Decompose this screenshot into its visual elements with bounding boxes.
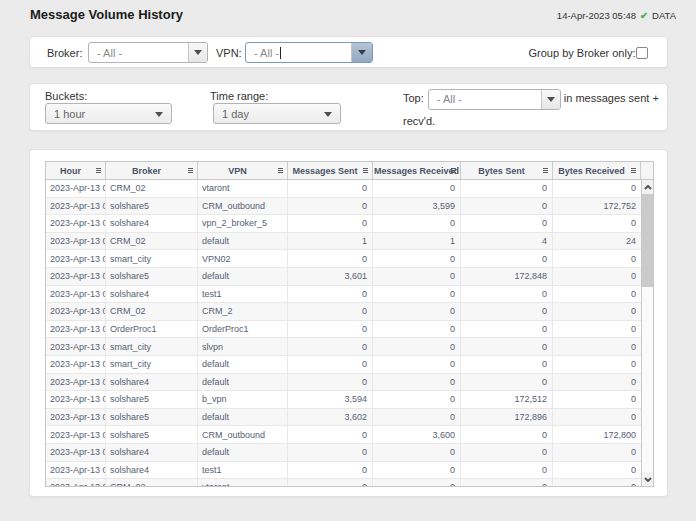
column-menu-icon[interactable] [188,168,193,174]
scroll-up-button[interactable] [642,180,653,194]
table-row[interactable]: 2023-Apr-13 0solshare4test10000 [46,286,641,304]
top-dropdown-button[interactable] [541,90,560,109]
cell-broker: smart_city [106,250,198,267]
table-row[interactable]: 2023-Apr-13 0CRM_02CRM_20000 [46,303,641,321]
cell-bytes-sent: 0 [461,198,553,215]
column-header-hour[interactable]: Hour [46,162,106,179]
column-header-label: VPN [228,166,247,176]
column-header-messages-received[interactable]: Messages Received [373,162,461,179]
column-header-bytes-received[interactable]: Bytes Received [553,162,641,179]
table-row[interactable]: 2023-Apr-13 0CRM_02vtaront0000 [46,180,641,198]
message-volume-grid: HourBrokerVPNMessages SentMessages Recei… [45,161,654,487]
cell-bytes-sent: 172,848 [461,268,553,285]
cell-bytes-sent: 4 [461,233,553,250]
cell-messages-received: 0 [373,444,461,461]
chevron-down-icon [358,50,366,55]
table-row[interactable]: 2023-Apr-13 0solshare4vpn_2_broker_50000 [46,215,641,233]
table-row[interactable]: 2023-Apr-13 0solshare4test10000 [46,462,641,480]
cell-messages-received: 0 [373,268,461,285]
cell-bytes-received: 0 [553,286,641,303]
cell-bytes-sent: 0 [461,180,553,197]
cell-messages-received: 0 [373,409,461,426]
buckets-select[interactable]: 1 hour [45,103,172,124]
cell-hour: 2023-Apr-13 0 [46,250,106,267]
cell-vpn: default [198,374,288,391]
vpn-input[interactable]: - All - [254,43,350,62]
table-row[interactable]: 2023-Apr-13 0solshare5CRM_outbound03,599… [46,198,641,216]
table-row[interactable]: 2023-Apr-13 0smart_cityVPN020000 [46,250,641,268]
cell-vpn: vtaront [198,479,288,486]
cell-broker: solshare4 [106,215,198,232]
table-row[interactable]: 2023-Apr-13 0solshare5b_vpn3,5940172,512… [46,391,641,409]
chevron-down-icon [324,112,332,117]
column-menu-icon[interactable] [631,168,636,174]
cell-vpn: default [198,444,288,461]
vertical-scrollbar[interactable] [641,180,653,486]
table-row[interactable]: 2023-Apr-13 0solshare5CRM_outbound03,600… [46,426,641,444]
table-row[interactable]: 2023-Apr-13 0smart_cityslvpn0000 [46,338,641,356]
grid-header-row: HourBrokerVPNMessages SentMessages Recei… [46,162,653,180]
broker-dropdown-button[interactable] [188,43,207,62]
column-header-bytes-sent[interactable]: Bytes Sent [461,162,553,179]
table-row[interactable]: 2023-Apr-13 0CRM_02default11424 [46,233,641,251]
text-caret [280,47,281,59]
cell-vpn: default [198,268,288,285]
cell-messages-received: 0 [373,338,461,355]
cell-hour: 2023-Apr-13 0 [46,286,106,303]
top-label: Top: [403,92,424,104]
table-row[interactable]: 2023-Apr-13 0OrderProc1OrderProc10000 [46,321,641,339]
column-menu-icon[interactable] [363,168,368,174]
cell-hour: 2023-Apr-13 0 [46,426,106,443]
table-row[interactable]: 2023-Apr-13 0solshare5default3,6020172,8… [46,409,641,427]
cell-messages-sent: 0 [288,374,373,391]
cell-messages-received: 0 [373,356,461,373]
cell-vpn: test1 [198,286,288,303]
cell-messages-received: 0 [373,321,461,338]
cell-bytes-sent: 0 [461,321,553,338]
column-header-vpn[interactable]: VPN [198,162,288,179]
time-range-select[interactable]: 1 day [213,103,341,124]
group-by-broker-checkbox[interactable] [636,47,648,59]
scrollbar-thumb[interactable] [642,194,653,287]
scroll-down-button[interactable] [642,472,653,486]
cell-vpn: CRM_outbound [198,198,288,215]
broker-combobox[interactable]: - All - [88,42,208,63]
column-menu-icon[interactable] [543,168,548,174]
cell-messages-sent: 0 [288,250,373,267]
cell-hour: 2023-Apr-13 0 [46,215,106,232]
column-header-messages-sent[interactable]: Messages Sent [288,162,373,179]
column-header-label: Messages Sent [292,166,357,176]
column-menu-icon[interactable] [451,168,456,174]
cell-bytes-received: 0 [553,374,641,391]
top-combobox[interactable]: - All - [428,89,561,110]
table-row[interactable]: 2023-Apr-13 0CRM_02vtaront0000 [46,479,641,486]
column-menu-icon[interactable] [96,168,101,174]
cell-vpn: default [198,356,288,373]
cell-hour: 2023-Apr-13 0 [46,198,106,215]
scrollbar-header-spacer [641,162,653,179]
cell-bytes-received: 0 [553,479,641,486]
cell-messages-sent: 0 [288,321,373,338]
cell-hour: 2023-Apr-13 0 [46,479,106,486]
vpn-combobox[interactable]: - All - [245,42,373,63]
table-row[interactable]: 2023-Apr-13 0solshare4default0000 [46,374,641,392]
cell-broker: OrderProc1 [106,321,198,338]
table-row[interactable]: 2023-Apr-13 0solshare4default0000 [46,444,641,462]
column-header-label: Messages Received [374,166,459,176]
cell-vpn: default [198,409,288,426]
cell-broker: CRM_02 [106,180,198,197]
column-header-broker[interactable]: Broker [106,162,198,179]
chevron-up-icon [644,185,652,190]
cell-messages-sent: 3,594 [288,391,373,408]
column-header-label: Bytes Received [558,166,625,176]
controls-panel: Buckets: 1 hour Time range: 1 day Top:- … [29,83,668,131]
cell-broker: solshare4 [106,462,198,479]
cell-broker: solshare5 [106,426,198,443]
cell-messages-sent: 0 [288,356,373,373]
column-menu-icon[interactable] [278,168,283,174]
vpn-dropdown-button[interactable] [351,43,372,62]
table-row[interactable]: 2023-Apr-13 0solshare5default3,6010172,8… [46,268,641,286]
cell-messages-sent: 1 [288,233,373,250]
cell-broker: solshare4 [106,444,198,461]
table-row[interactable]: 2023-Apr-13 0smart_citydefault0000 [46,356,641,374]
